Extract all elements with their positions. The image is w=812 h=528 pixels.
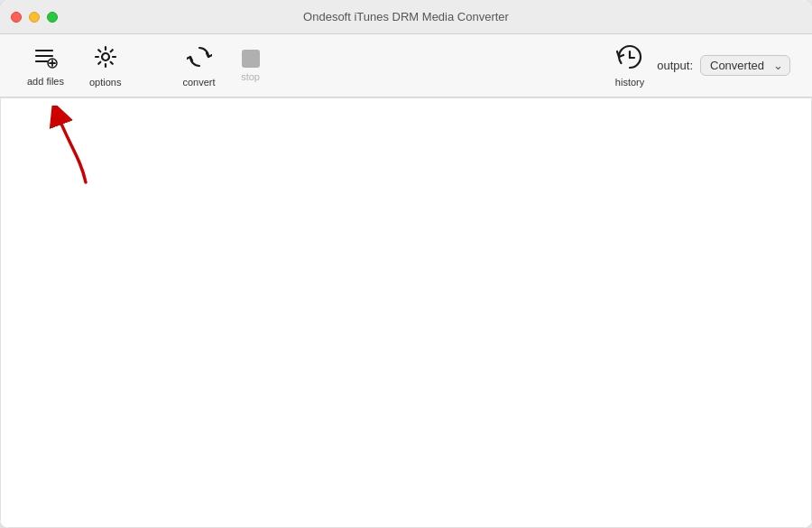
- stop-button[interactable]: stop: [228, 44, 273, 88]
- title-bar: Ondesoft iTunes DRM Media Converter: [0, 0, 812, 34]
- stop-label: stop: [241, 71, 260, 82]
- window-title: Ondesoft iTunes DRM Media Converter: [303, 10, 509, 23]
- convert-label: convert: [182, 77, 215, 88]
- output-area: output: Converted Original Custom: [657, 55, 790, 76]
- add-files-icon: [32, 45, 58, 72]
- content-area: [0, 97, 812, 528]
- output-select[interactable]: Converted Original Custom: [700, 55, 790, 76]
- toolbar: add files options convert: [0, 34, 812, 97]
- options-label: options: [89, 77, 121, 88]
- maximize-button[interactable]: [47, 12, 58, 23]
- svg-point-6: [102, 53, 109, 60]
- traffic-lights: [11, 12, 58, 23]
- history-button[interactable]: history: [603, 39, 657, 93]
- output-select-wrapper[interactable]: Converted Original Custom: [700, 55, 790, 76]
- app-window: Ondesoft iTunes DRM Media Converter add …: [0, 0, 812, 528]
- minimize-button[interactable]: [29, 12, 40, 23]
- add-files-button[interactable]: add files: [14, 40, 77, 92]
- history-icon: [616, 44, 643, 73]
- gear-icon: [93, 44, 118, 73]
- close-button[interactable]: [11, 12, 22, 23]
- convert-icon: [187, 44, 212, 73]
- history-label: history: [615, 77, 644, 88]
- convert-button[interactable]: convert: [170, 39, 227, 93]
- add-files-label: add files: [27, 76, 64, 87]
- output-label: output:: [657, 59, 693, 72]
- stop-icon: [242, 50, 260, 68]
- options-button[interactable]: options: [77, 39, 134, 93]
- arrow-indicator: [50, 106, 99, 190]
